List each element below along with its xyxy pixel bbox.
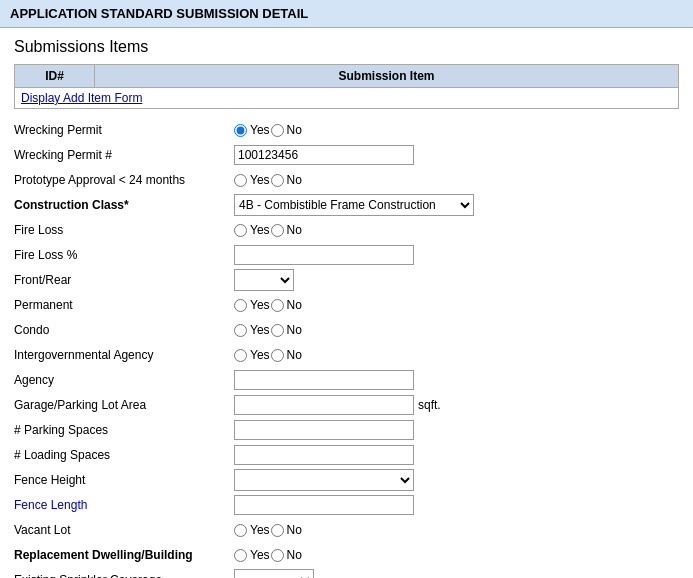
- front-rear-label: Front/Rear: [14, 273, 234, 287]
- permanent-no-radio[interactable]: [271, 299, 284, 312]
- fire-loss-radio-group: Yes No: [234, 223, 302, 237]
- fire-loss-label: Fire Loss: [14, 223, 234, 237]
- wrecking-permit-num-label: Wrecking Permit #: [14, 148, 234, 162]
- add-item-link[interactable]: Display Add Item Form: [21, 91, 142, 105]
- front-rear-select[interactable]: [234, 269, 294, 291]
- intergovernmental-yes-label: Yes: [250, 348, 270, 362]
- sqft-label: sqft.: [418, 398, 441, 412]
- wrecking-permit-num-control: [234, 145, 679, 165]
- fire-loss-no-label: No: [287, 223, 302, 237]
- table-header: ID# Submission Item: [15, 65, 678, 88]
- replacement-no-radio[interactable]: [271, 549, 284, 562]
- fire-loss-pct-input[interactable]: [234, 245, 414, 265]
- permanent-yes-label: Yes: [250, 298, 270, 312]
- content-area: Submissions Items ID# Submission Item Di…: [0, 28, 693, 578]
- col-item-header: Submission Item: [95, 65, 678, 87]
- construction-class-select[interactable]: 4B - Combistible Frame Construction: [234, 194, 474, 216]
- vacant-lot-radio-group: Yes No: [234, 523, 302, 537]
- fire-loss-yes-label: Yes: [250, 223, 270, 237]
- replacement-yes-label: Yes: [250, 548, 270, 562]
- parking-spaces-input[interactable]: [234, 420, 414, 440]
- replacement-label: Replacement Dwelling/Building: [14, 548, 234, 562]
- wrecking-permit-row: Wrecking Permit Yes No: [14, 119, 679, 141]
- agency-label: Agency: [14, 373, 234, 387]
- intergovernmental-radio-group: Yes No: [234, 348, 302, 362]
- loading-spaces-control: [234, 445, 679, 465]
- condo-row: Condo Yes No: [14, 319, 679, 341]
- form-area: Wrecking Permit Yes No Wrecking Permit #: [14, 119, 679, 578]
- vacant-lot-label: Vacant Lot: [14, 523, 234, 537]
- fire-loss-pct-control: [234, 245, 679, 265]
- table-body: Display Add Item Form: [15, 88, 678, 108]
- sprinkler-select[interactable]: [234, 569, 314, 578]
- wrecking-permit-control: Yes No: [234, 123, 679, 137]
- replacement-row: Replacement Dwelling/Building Yes No: [14, 544, 679, 566]
- fence-length-control: [234, 495, 679, 515]
- intergovernmental-label: Intergovernmental Agency: [14, 348, 234, 362]
- fence-length-label: Fence Length: [14, 498, 234, 512]
- fire-loss-no-radio[interactable]: [271, 224, 284, 237]
- fence-length-input[interactable]: [234, 495, 414, 515]
- submissions-table: ID# Submission Item Display Add Item For…: [14, 64, 679, 109]
- fence-height-select[interactable]: [234, 469, 414, 491]
- intergovernmental-no-radio[interactable]: [271, 349, 284, 362]
- permanent-row: Permanent Yes No: [14, 294, 679, 316]
- fire-loss-yes-radio[interactable]: [234, 224, 247, 237]
- wrecking-permit-no-label: No: [287, 123, 302, 137]
- fence-height-control: [234, 469, 679, 491]
- intergovernmental-yes-radio[interactable]: [234, 349, 247, 362]
- sprinkler-label: Existing Sprinkler Coverage: [14, 573, 234, 578]
- fire-loss-pct-label: Fire Loss %: [14, 248, 234, 262]
- fire-loss-row: Fire Loss Yes No: [14, 219, 679, 241]
- intergovernmental-control: Yes No: [234, 348, 679, 362]
- prototype-approval-label: Prototype Approval < 24 months: [14, 173, 234, 187]
- front-rear-row: Front/Rear: [14, 269, 679, 291]
- garage-input[interactable]: [234, 395, 414, 415]
- replacement-yes-radio[interactable]: [234, 549, 247, 562]
- prototype-approval-row: Prototype Approval < 24 months Yes No: [14, 169, 679, 191]
- permanent-label: Permanent: [14, 298, 234, 312]
- wrecking-permit-num-row: Wrecking Permit #: [14, 144, 679, 166]
- vacant-lot-yes-radio[interactable]: [234, 524, 247, 537]
- front-rear-control: [234, 269, 679, 291]
- fence-height-label: Fence Height: [14, 473, 234, 487]
- condo-yes-label: Yes: [250, 323, 270, 337]
- vacant-lot-yes-label: Yes: [250, 523, 270, 537]
- replacement-control: Yes No: [234, 548, 679, 562]
- wrecking-permit-no-radio[interactable]: [271, 124, 284, 137]
- prototype-yes-radio[interactable]: [234, 174, 247, 187]
- prototype-no-radio[interactable]: [271, 174, 284, 187]
- garage-row: Garage/Parking Lot Area sqft.: [14, 394, 679, 416]
- agency-row: Agency: [14, 369, 679, 391]
- wrecking-permit-num-input[interactable]: [234, 145, 414, 165]
- replacement-radio-group: Yes No: [234, 548, 302, 562]
- permanent-radio-group: Yes No: [234, 298, 302, 312]
- permanent-no-label: No: [287, 298, 302, 312]
- condo-no-radio[interactable]: [271, 324, 284, 337]
- wrecking-permit-yes-radio[interactable]: [234, 124, 247, 137]
- condo-radio-group: Yes No: [234, 323, 302, 337]
- permanent-yes-radio[interactable]: [234, 299, 247, 312]
- condo-control: Yes No: [234, 323, 679, 337]
- replacement-no-label: No: [287, 548, 302, 562]
- prototype-yes-label: Yes: [250, 173, 270, 187]
- sprinkler-row: Existing Sprinkler Coverage: [14, 569, 679, 578]
- section-title: Submissions Items: [14, 38, 679, 56]
- permanent-control: Yes No: [234, 298, 679, 312]
- fire-loss-pct-row: Fire Loss %: [14, 244, 679, 266]
- parking-spaces-row: # Parking Spaces: [14, 419, 679, 441]
- vacant-lot-no-radio[interactable]: [271, 524, 284, 537]
- parking-spaces-control: [234, 420, 679, 440]
- vacant-lot-control: Yes No: [234, 523, 679, 537]
- loading-spaces-input[interactable]: [234, 445, 414, 465]
- parking-spaces-label: # Parking Spaces: [14, 423, 234, 437]
- loading-spaces-row: # Loading Spaces: [14, 444, 679, 466]
- agency-input[interactable]: [234, 370, 414, 390]
- condo-yes-radio[interactable]: [234, 324, 247, 337]
- construction-class-label: Construction Class*: [14, 198, 234, 212]
- wrecking-permit-yes-label: Yes: [250, 123, 270, 137]
- construction-class-row: Construction Class* 4B - Combistible Fra…: [14, 194, 679, 216]
- loading-spaces-label: # Loading Spaces: [14, 448, 234, 462]
- wrecking-permit-radio-group: Yes No: [234, 123, 302, 137]
- construction-class-control: 4B - Combistible Frame Construction: [234, 194, 679, 216]
